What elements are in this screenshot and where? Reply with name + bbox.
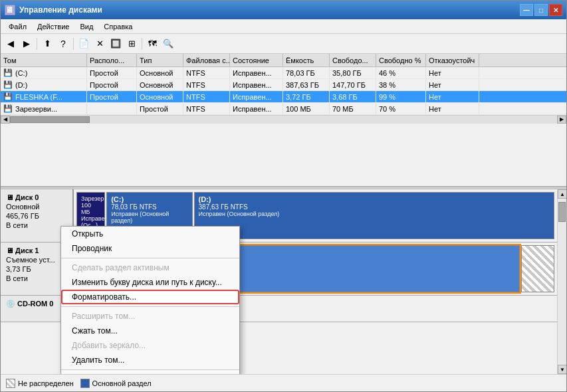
cell-fs: NTFS bbox=[183, 79, 230, 90]
cell-svob: 147,70 ГБ bbox=[330, 79, 376, 90]
cell-emk: 3,72 ГБ bbox=[283, 91, 330, 102]
table-row[interactable]: 💾(C:) Простой Основной NTFS Исправен... … bbox=[1, 67, 566, 79]
ctx-mirror: Добавить зеркало... bbox=[61, 338, 239, 353]
disk-table: Том Располо... Тип Файловая с... Состоян… bbox=[1, 54, 566, 187]
vscroll-thumb[interactable] bbox=[558, 202, 566, 222]
window-title: Управление дисками bbox=[19, 5, 520, 15]
cell-tip: Основной bbox=[137, 67, 183, 78]
toolbar: ◀ ▶ ⬆ ? 📄 ✕ 🔲 ⊞ 🗺 🔍 bbox=[1, 34, 566, 54]
cell-svob: 35,80 ГБ bbox=[330, 67, 376, 78]
vscroll-down[interactable]: ▼ bbox=[558, 365, 566, 374]
ctx-sep-3 bbox=[61, 369, 239, 370]
disk-name-1: 🖥 Диск 1 bbox=[6, 246, 67, 254]
table-row[interactable]: 💾FLESHKA (F... Простой Основной NTFS Исп… bbox=[1, 91, 566, 103]
disk-size-1: 3,73 ГБ bbox=[6, 265, 67, 273]
col-header-emk[interactable]: Ёмкость bbox=[283, 54, 330, 66]
delete-button[interactable]: ✕ bbox=[92, 37, 107, 51]
refresh-button[interactable]: ⊞ bbox=[124, 37, 139, 51]
scroll-thumb[interactable] bbox=[10, 116, 90, 123]
cell-otkaz: Нет bbox=[426, 103, 479, 114]
back-button[interactable]: ◀ bbox=[3, 37, 18, 51]
cell-svob: 3,68 ГБ bbox=[330, 91, 376, 102]
partition-size: 100 МБ bbox=[81, 202, 100, 215]
ctx-activate: Сделать раздел активным bbox=[61, 260, 239, 275]
properties-button[interactable]: 🔲 bbox=[108, 37, 123, 51]
table-scrollbar: ◀ ▶ bbox=[1, 115, 566, 123]
cell-emk: 100 МБ bbox=[283, 103, 330, 114]
vscroll-up[interactable]: ▲ bbox=[558, 189, 566, 199]
menu-action[interactable]: Действие bbox=[32, 21, 74, 32]
col-header-tip[interactable]: Тип bbox=[137, 54, 183, 66]
ctx-change-letter[interactable]: Изменить букву диска или путь к диску... bbox=[61, 275, 239, 290]
new-button[interactable]: 📄 bbox=[76, 37, 91, 51]
toolbar-sep-2 bbox=[73, 38, 74, 50]
col-header-svobp[interactable]: Свободно % bbox=[376, 54, 426, 66]
cell-tip: Простой bbox=[137, 103, 183, 114]
table-row[interactable]: 💾Зарезерви... Простой NTFS Исправен... 1… bbox=[1, 103, 566, 115]
partition-label: (C:) bbox=[111, 195, 187, 203]
cell-rasp: Простой bbox=[87, 91, 137, 102]
disk-status-0: В сети bbox=[6, 221, 67, 229]
ctx-format[interactable]: Форматировать... bbox=[61, 290, 239, 304]
partition-size: 78,03 ГБ NTFS bbox=[111, 203, 187, 211]
menu-view[interactable]: Вид bbox=[74, 21, 98, 32]
disk-panels-container: 🖥 Диск 0 Основной 465,76 ГБ В сети Зарез… bbox=[1, 189, 566, 374]
partition-label: (D:) bbox=[199, 195, 550, 203]
table-header: Том Располо... Тип Файловая с... Состоян… bbox=[1, 54, 566, 67]
toolbar-sep-1 bbox=[37, 38, 37, 50]
scroll-track[interactable] bbox=[10, 116, 557, 124]
vscroll-track[interactable] bbox=[558, 199, 566, 365]
help-button[interactable]: ? bbox=[56, 37, 70, 51]
table-row[interactable]: 💾(D:) Простой Основной NTFS Исправен... … bbox=[1, 79, 566, 91]
partition-block[interactable] bbox=[521, 245, 554, 292]
ctx-shrink[interactable]: Сжать том... bbox=[61, 324, 239, 338]
table-body: 💾(C:) Простой Основной NTFS Исправен... … bbox=[1, 67, 566, 115]
cell-tom: 💾FLESHKA (F... bbox=[1, 91, 87, 102]
cell-sost: Исправен... bbox=[230, 79, 283, 90]
close-button[interactable]: ✕ bbox=[549, 4, 562, 16]
col-header-fs[interactable]: Файловая с... bbox=[183, 54, 230, 66]
disk-name-0: 🖥 Диск 0 bbox=[6, 193, 67, 201]
cell-svob: 70 МБ bbox=[330, 103, 376, 114]
cell-sost: Исправен... bbox=[230, 91, 283, 102]
col-header-otkaz[interactable]: Отказоустойч bbox=[426, 54, 479, 66]
menu-file[interactable]: Файл bbox=[3, 21, 32, 32]
col-header-svob[interactable]: Свободо... bbox=[330, 54, 376, 66]
main-window: 🖥 Управление дисками — □ ✕ Файл Действие… bbox=[0, 0, 567, 392]
ctx-explorer[interactable]: Проводник bbox=[61, 241, 239, 256]
ctx-sep-1 bbox=[61, 258, 239, 258]
scroll-right[interactable]: ▶ bbox=[557, 116, 566, 124]
titlebar: 🖥 Управление дисками — □ ✕ bbox=[1, 1, 566, 19]
app-icon: 🖥 bbox=[5, 5, 15, 15]
partition-block[interactable]: (D:) 387,63 ГБ NTFS Исправен (Основной р… bbox=[194, 192, 554, 239]
cell-sost: Исправен... bbox=[230, 67, 283, 78]
partition-size: 387,63 ГБ NTFS bbox=[199, 203, 550, 211]
minimize-button[interactable]: — bbox=[520, 4, 533, 16]
cell-emk: 78,03 ГБ bbox=[283, 67, 330, 78]
window-controls: — □ ✕ bbox=[520, 4, 562, 16]
cell-svobp: 46 % bbox=[376, 67, 426, 78]
col-header-sost[interactable]: Состояние bbox=[230, 54, 283, 66]
cell-fs: NTFS bbox=[183, 91, 230, 102]
scroll-left[interactable]: ◀ bbox=[1, 116, 10, 124]
up-button[interactable]: ⬆ bbox=[40, 37, 55, 51]
disk-vscrollbar: ▲ ▼ bbox=[557, 189, 566, 374]
cell-sost: Исправен... bbox=[230, 103, 283, 114]
context-menu: Открыть Проводник Сделать раздел активны… bbox=[60, 226, 240, 374]
col-header-tom[interactable]: Том bbox=[1, 54, 87, 66]
legend-icon-primary bbox=[80, 379, 90, 388]
ctx-open[interactable]: Открыть bbox=[61, 227, 239, 241]
statusbar: Не распределен Основной раздел bbox=[1, 374, 566, 391]
col-header-rasp[interactable]: Располо... bbox=[87, 54, 137, 66]
cell-rasp: Простой bbox=[87, 79, 137, 90]
map-button[interactable]: 🗺 bbox=[145, 37, 160, 51]
settings-button[interactable]: 🔍 bbox=[161, 37, 175, 51]
menu-help[interactable]: Справка bbox=[98, 21, 138, 32]
ctx-delete[interactable]: Удалить том... bbox=[61, 353, 239, 367]
cell-fs: NTFS bbox=[183, 67, 230, 78]
ctx-properties[interactable]: Свойства bbox=[61, 372, 239, 374]
maximize-button[interactable]: □ bbox=[534, 4, 548, 16]
cell-otkaz: Нет bbox=[426, 67, 479, 78]
partition-label: Зарезер... bbox=[81, 195, 100, 202]
forward-button[interactable]: ▶ bbox=[19, 37, 34, 51]
